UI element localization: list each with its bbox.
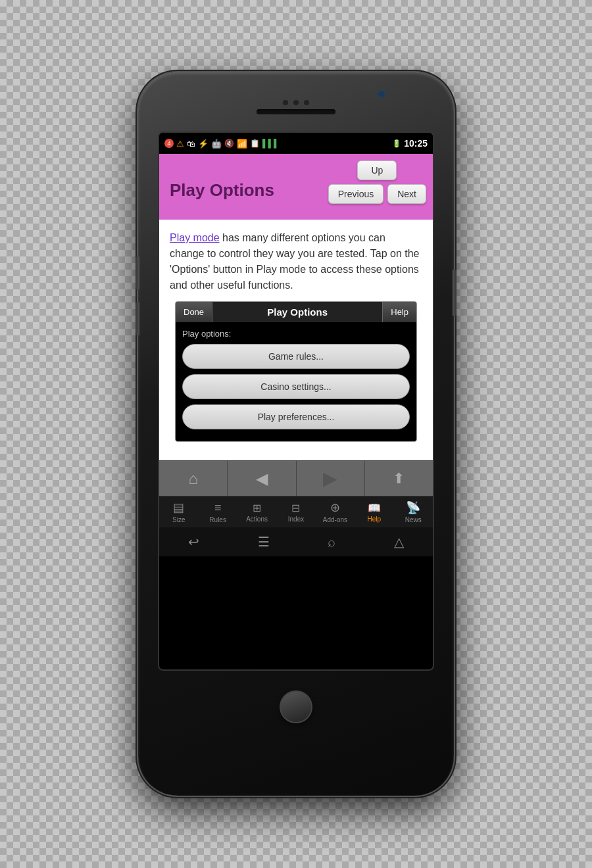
volume-up-button[interactable]: [136, 256, 139, 289]
android-icon: 🤖: [211, 139, 222, 149]
sensor-dot-2: [293, 100, 299, 105]
dialog-section-label: Play options:: [182, 329, 410, 339]
android-search-button[interactable]: ⌕: [328, 535, 335, 550]
status-icons-left: 4 ⚠ 🛍 ⚡ 🤖 🔇 📶 📋 ▌▌▌: [164, 139, 280, 149]
dialog-done-button[interactable]: Done: [176, 302, 212, 322]
back-nav-icon: ◀: [256, 470, 268, 488]
sensor-dot-1: [283, 100, 288, 105]
dialog-title: Play Options: [212, 306, 382, 318]
nav-prev-next-row: Previous Next: [328, 184, 426, 204]
game-rules-button[interactable]: Game rules...: [182, 344, 410, 369]
tab-addons-label: Add-ons: [323, 516, 347, 523]
dialog-titlebar: Done Play Options Help: [176, 302, 416, 322]
dialog-body: Play options: Game rules... Casino setti…: [176, 322, 416, 441]
tab-index[interactable]: ⊟ Index: [276, 496, 315, 527]
play-mode-link[interactable]: Play mode: [170, 232, 220, 243]
sensor-dot-3: [304, 100, 309, 105]
actions-tab-icon: ⊞: [253, 502, 261, 514]
navigation-buttons: Up Previous Next: [328, 160, 426, 204]
tab-size[interactable]: ▤ Size: [159, 496, 198, 527]
warning-icon: ⚠: [176, 139, 184, 149]
play-preferences-button[interactable]: Play preferences...: [182, 404, 410, 429]
bag-icon: 🛍: [187, 139, 195, 149]
time-display: 10:25: [404, 138, 428, 149]
physical-home-button[interactable]: [280, 690, 312, 723]
play-nav-button[interactable]: ▶: [297, 461, 365, 496]
app-header: Play Options Up Previous Next: [159, 154, 433, 220]
android-menu-button[interactable]: ☰: [258, 534, 270, 550]
status-icons-right: 🔋 10:25: [392, 138, 428, 149]
playback-nav-bar: ⌂ ◀ ▶ ⬆: [159, 460, 433, 496]
volume-down-button[interactable]: [136, 302, 139, 335]
notification-badge: 4: [164, 139, 174, 148]
status-bar: 4 ⚠ 🛍 ⚡ 🤖 🔇 📶 📋 ▌▌▌ 🔋 10:25: [159, 133, 433, 154]
tab-actions-label: Actions: [246, 516, 268, 523]
back-nav-button[interactable]: ◀: [228, 461, 296, 496]
battery-icon: 🔋: [392, 139, 401, 148]
tab-rules[interactable]: ≡ Rules: [198, 496, 237, 527]
mute-icon: 🔇: [224, 139, 234, 148]
up-nav-button[interactable]: ⬆: [365, 461, 433, 496]
tab-addons[interactable]: ⊕ Add-ons: [316, 496, 355, 527]
app-content-area: Play Options Up Previous Next Play mode …: [159, 154, 433, 669]
android-home-button[interactable]: △: [394, 534, 404, 550]
home-nav-icon: ⌂: [188, 470, 198, 488]
power-button[interactable]: [453, 270, 456, 316]
rules-tab-icon: ≡: [214, 501, 222, 515]
front-camera: [378, 91, 385, 97]
news-tab-icon: 📡: [406, 500, 420, 515]
play-nav-icon: ▶: [323, 468, 337, 489]
tab-rules-label: Rules: [209, 516, 226, 523]
tab-help-label: Help: [368, 516, 382, 523]
tab-news-label: News: [405, 516, 422, 523]
addons-tab-icon: ⊕: [330, 500, 340, 515]
nav-up-button[interactable]: Up: [357, 160, 397, 180]
dialog-help-button[interactable]: Help: [382, 302, 416, 322]
index-tab-icon: ⊟: [291, 502, 300, 514]
android-nav-bar: ↩ ☰ ⌕ △: [159, 527, 433, 556]
size-tab-icon: ▤: [173, 500, 184, 515]
tab-size-label: Size: [172, 516, 185, 523]
nav-previous-button[interactable]: Previous: [328, 184, 383, 204]
android-back-button[interactable]: ↩: [188, 534, 199, 550]
phone-device: 4 ⚠ 🛍 ⚡ 🤖 🔇 📶 📋 ▌▌▌ 🔋 10:25: [138, 72, 454, 796]
play-options-dialog: Done Play Options Help Play options: Gam…: [175, 301, 417, 442]
up-nav-icon: ⬆: [393, 470, 405, 487]
content-paragraph: Play mode has many different options you…: [170, 230, 422, 293]
sim-icon: 📋: [250, 139, 260, 148]
home-nav-button[interactable]: ⌂: [159, 461, 228, 496]
signal-icon: ▌▌▌: [262, 139, 280, 148]
phone-screen: 4 ⚠ 🛍 ⚡ 🤖 🔇 📶 📋 ▌▌▌ 🔋 10:25: [158, 132, 434, 671]
phone-speaker: [257, 109, 335, 114]
tab-help[interactable]: 📖 Help: [355, 496, 393, 527]
tab-bar: ▤ Size ≡ Rules ⊞ Actions ⊟ Index: [159, 496, 433, 527]
wifi-icon: 📶: [237, 139, 247, 149]
tab-index-label: Index: [288, 516, 304, 523]
text-content: Play mode has many different options you…: [159, 220, 433, 460]
tab-actions[interactable]: ⊞ Actions: [237, 496, 276, 527]
help-tab-icon: 📖: [368, 502, 381, 514]
phone-sensors: [283, 100, 309, 105]
phone-top: [138, 72, 454, 132]
phone-bottom: [138, 671, 454, 743]
casino-settings-button[interactable]: Casino settings...: [182, 374, 410, 399]
usb-icon: ⚡: [198, 139, 209, 149]
nav-next-button[interactable]: Next: [387, 184, 426, 204]
tab-news[interactable]: 📡 News: [394, 496, 433, 527]
